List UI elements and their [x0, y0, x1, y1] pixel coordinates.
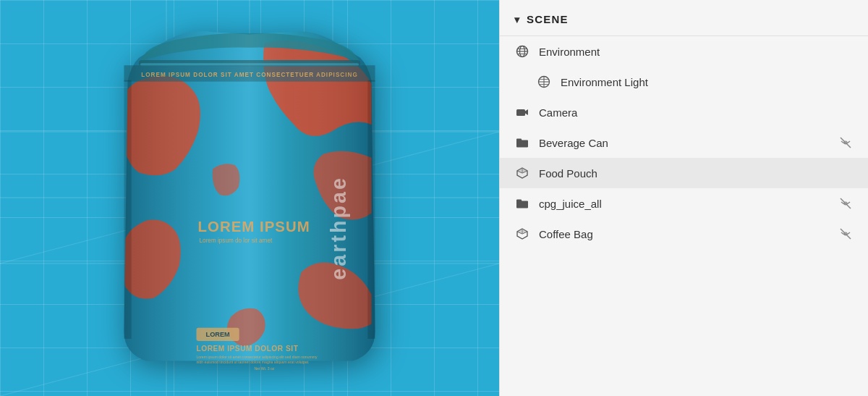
food-pouch-label: Food Pouch	[539, 167, 854, 180]
globe-icon	[514, 43, 530, 59]
sidebar-item-camera[interactable]: Camera	[500, 97, 868, 127]
sidebar-item-cpg-juice-all[interactable]: cpg_juice_all	[500, 188, 868, 219]
visibility-hidden-icon-cpg[interactable]	[838, 195, 854, 211]
3d-viewport[interactable]: LOREM IPSUM DOLOR SIT AMET CONSECTETUER …	[0, 0, 499, 396]
sidebar-item-food-pouch[interactable]: Food Pouch	[500, 158, 868, 188]
food-pouch-3d-object: LOREM IPSUM DOLOR SIT AMET CONSECTETUER …	[98, 21, 401, 376]
scene-panel: ▾ SCENE Environment	[499, 0, 868, 396]
sidebar-item-coffee-bag[interactable]: Coffee Bag	[500, 219, 868, 249]
camera-label: Camera	[539, 106, 854, 119]
visibility-hidden-icon-beverage-can[interactable]	[838, 135, 854, 151]
cube-icon-coffee-bag	[514, 226, 530, 242]
visibility-hidden-icon-coffee-bag[interactable]	[838, 226, 854, 242]
environment-light-label: Environment Light	[561, 76, 854, 88]
folder-icon-cpg	[514, 195, 530, 211]
scene-items-list: Environment Environment Light	[500, 36, 868, 396]
camera-icon	[514, 104, 530, 120]
sidebar-item-environment[interactable]: Environment	[500, 36, 868, 67]
beverage-can-label: Beverage Can	[539, 137, 838, 149]
environment-label: Environment	[539, 46, 854, 58]
scene-title: SCENE	[527, 13, 569, 25]
svg-marker-45	[517, 229, 527, 234]
cube-icon-food-pouch	[514, 165, 530, 181]
svg-rect-32	[516, 109, 525, 116]
sidebar-item-environment-light[interactable]: Environment Light	[500, 67, 868, 97]
folder-icon	[514, 135, 530, 151]
svg-marker-33	[525, 109, 528, 115]
sidebar-item-beverage-can[interactable]: Beverage Can	[500, 127, 868, 158]
svg-text:Net Wt. 3 oz: Net Wt. 3 oz	[254, 366, 274, 370]
coffee-bag-label: Coffee Bag	[539, 228, 838, 240]
globe-grid-icon	[536, 74, 552, 90]
scene-header: ▾ SCENE	[500, 0, 868, 36]
cpg-juice-all-label: cpg_juice_all	[539, 198, 838, 210]
chevron-down-icon: ▾	[514, 14, 519, 25]
svg-marker-39	[517, 168, 527, 173]
